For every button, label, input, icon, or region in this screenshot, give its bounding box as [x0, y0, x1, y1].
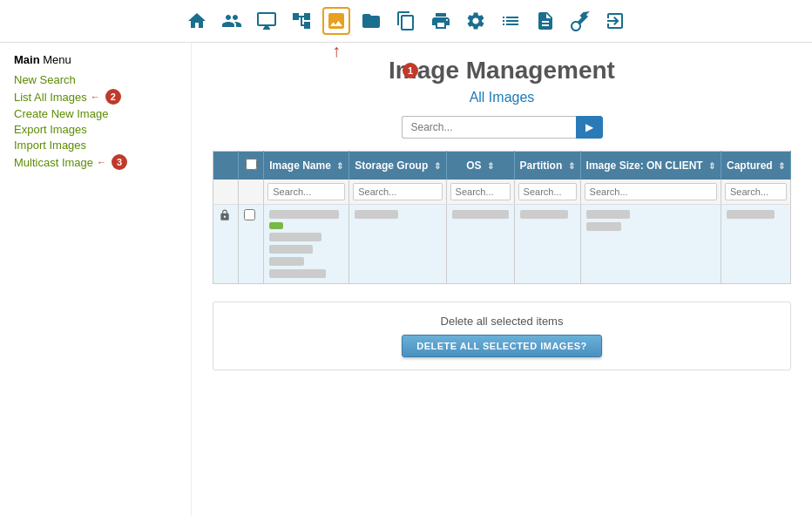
- title-row: 1 Image Management: [213, 57, 791, 85]
- name-line5: [269, 269, 326, 278]
- row-checkbox[interactable]: [244, 209, 255, 220]
- sort-icon-partition[interactable]: ⇕: [568, 161, 575, 171]
- create-new-image-link[interactable]: Create New Image: [14, 107, 108, 120]
- doc-icon[interactable]: [531, 7, 559, 35]
- col-lock: [213, 152, 239, 180]
- main-content: 1 Image Management All Images ▶ Image Na…: [192, 43, 812, 516]
- filter-name-input[interactable]: [267, 183, 345, 200]
- filter-cell-lock: [213, 180, 239, 205]
- sidebar: Main Menu New Search List All Images ← 2…: [0, 43, 192, 516]
- name-green-dot: [269, 222, 283, 229]
- sidebar-item-new-search: New Search: [14, 73, 177, 86]
- list-all-images-link[interactable]: List All Images: [14, 91, 87, 104]
- search-bar: ▶: [213, 116, 791, 139]
- col-image-size: Image Size: ON CLIENT ⇕: [580, 152, 721, 180]
- sort-icon-storage[interactable]: ⇕: [434, 161, 441, 171]
- col-partition: Partition ⇕: [514, 152, 580, 180]
- col-captured: Captured ⇕: [721, 152, 790, 180]
- row-checkbox-cell: [239, 205, 264, 284]
- image-nav-area: ↑: [322, 7, 350, 35]
- sidebar-title: Main Menu: [14, 53, 177, 66]
- sort-icon-size[interactable]: ⇕: [708, 161, 715, 171]
- export-images-link[interactable]: Export Images: [14, 123, 87, 136]
- image-icon[interactable]: [322, 7, 350, 35]
- sidebar-item-create-new-image: Create New Image: [14, 107, 177, 120]
- settings-icon[interactable]: [462, 7, 490, 35]
- search-button[interactable]: ▶: [576, 116, 603, 139]
- users-icon[interactable]: [218, 7, 246, 35]
- home-icon[interactable]: [183, 7, 211, 35]
- name-blurred: [269, 210, 339, 219]
- sidebar-links: New Search List All Images ← 2 Create Ne…: [14, 73, 177, 170]
- list-icon[interactable]: [497, 7, 524, 35]
- name-line3: [269, 245, 313, 254]
- top-navigation: ↑: [0, 0, 812, 43]
- sidebar-item-list-all-images: List All Images ← 2: [14, 89, 177, 105]
- folder-icon[interactable]: [357, 7, 385, 35]
- select-all-checkbox[interactable]: [246, 159, 257, 170]
- sort-icon-name[interactable]: ⇕: [336, 161, 343, 171]
- monitor-icon[interactable]: [253, 7, 281, 35]
- filter-storage-input[interactable]: [353, 183, 442, 200]
- sort-icon-captured[interactable]: ⇕: [778, 161, 785, 171]
- network-icon[interactable]: [288, 7, 315, 35]
- row-storage-cell: [349, 205, 446, 284]
- table-row: [213, 205, 791, 284]
- row-size-cell: [580, 205, 721, 284]
- filter-captured-input[interactable]: [725, 183, 787, 200]
- filter-size-input[interactable]: [585, 183, 717, 200]
- lock-icon: [219, 209, 231, 221]
- sort-icon-os[interactable]: ⇕: [487, 161, 494, 171]
- col-checkbox: [239, 152, 264, 180]
- size-cell-content: [586, 209, 715, 232]
- name-cell-content: [269, 209, 343, 279]
- filter-cell-name: [264, 180, 349, 205]
- filter-cell-captured: [721, 180, 790, 205]
- name-line4: [269, 257, 304, 266]
- partition-blurred: [520, 210, 568, 219]
- sidebar-item-import-images: Import Images: [14, 139, 177, 152]
- badge-2: 2: [105, 89, 121, 105]
- page-title: Image Management: [213, 57, 791, 85]
- import-images-link[interactable]: Import Images: [14, 139, 86, 152]
- filter-os-input[interactable]: [450, 183, 511, 200]
- name-line2: [269, 233, 321, 241]
- filter-row: [213, 180, 791, 205]
- filter-cell-os: [446, 180, 514, 205]
- footer-label: Delete all selected items: [226, 315, 778, 328]
- delete-all-button[interactable]: Delete all selected images?: [402, 335, 602, 357]
- search-input[interactable]: [402, 116, 576, 139]
- section-subtitle: All Images: [213, 90, 791, 105]
- size-line2: [586, 222, 621, 231]
- row-os-cell: [446, 205, 514, 284]
- os-blurred: [452, 210, 509, 219]
- row-lock-cell: [213, 205, 239, 284]
- logout-icon[interactable]: [601, 7, 629, 35]
- badge-1: 1: [403, 63, 418, 78]
- multicast-image-link[interactable]: Multicast Image: [14, 156, 93, 169]
- sidebar-item-multicast-image: Multicast Image ← 3: [14, 154, 177, 170]
- filter-cell-checkbox: [239, 180, 264, 205]
- filter-cell-partition: [514, 180, 580, 205]
- storage-blurred: [355, 210, 398, 219]
- new-search-link[interactable]: New Search: [14, 73, 76, 86]
- wrench-icon[interactable]: [566, 7, 594, 35]
- print-icon[interactable]: [427, 7, 455, 35]
- col-image-name: Image Name ⇕: [264, 152, 349, 180]
- filter-partition-input[interactable]: [518, 183, 577, 200]
- copy-icon[interactable]: [392, 7, 420, 35]
- size-line1: [586, 210, 630, 219]
- filter-cell-size: [580, 180, 721, 205]
- table-header-row: Image Name ⇕ Storage Group ⇕ OS ⇕ Partit…: [213, 152, 791, 180]
- badge-3: 3: [112, 154, 127, 170]
- captured-blurred: [727, 210, 775, 219]
- col-storage-group: Storage Group ⇕: [349, 152, 446, 180]
- footer-section: Delete all selected items Delete all sel…: [213, 302, 791, 370]
- images-table: Image Name ⇕ Storage Group ⇕ OS ⇕ Partit…: [213, 151, 791, 284]
- main-layout: Main Menu New Search List All Images ← 2…: [0, 43, 812, 516]
- row-partition-cell: [514, 205, 580, 284]
- col-os: OS ⇕: [446, 152, 514, 180]
- sidebar-item-export-images: Export Images: [14, 123, 177, 136]
- row-captured-cell: [721, 205, 790, 284]
- row-name-cell: [264, 205, 349, 284]
